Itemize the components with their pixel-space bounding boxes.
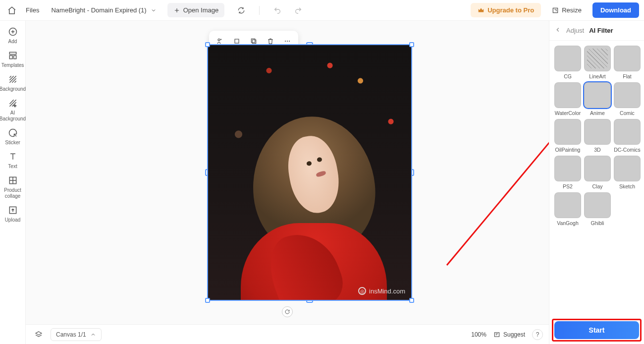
filter-ghibli[interactable]: Ghibli — [584, 192, 611, 226]
filter-thumb — [554, 119, 581, 145]
resize-handle-t[interactable] — [306, 42, 313, 45]
filter-thumb — [554, 192, 581, 218]
open-image-label: Open Image — [183, 6, 219, 14]
upgrade-button[interactable]: Upgrade to Pro — [471, 3, 541, 17]
watermark: ◎ insMind.com — [358, 287, 405, 295]
sidebar-item-upload[interactable]: Upload — [1, 205, 25, 223]
filter-dc-comics[interactable]: DC-Comics — [614, 119, 641, 153]
filter-label: Comic — [620, 110, 635, 116]
sidebar-item-add[interactable]: Add — [1, 27, 25, 45]
filter-label: Sketch — [619, 183, 635, 189]
files-link[interactable]: Files — [26, 6, 39, 14]
undo-button[interactable] — [270, 3, 284, 17]
sidebar-item-sticker[interactable]: Sticker — [1, 128, 25, 146]
filter-thumb — [584, 46, 611, 71]
upgrade-label: Upgrade to Pro — [487, 6, 534, 14]
svg-rect-3 — [9, 56, 12, 59]
canvas-area: ◎ insMind.com — [26, 21, 549, 344]
resize-handle-br[interactable] — [409, 298, 414, 303]
divider — [259, 6, 260, 15]
filter-3d[interactable]: 3D — [584, 119, 611, 153]
svg-rect-0 — [553, 8, 557, 12]
tab-adjust[interactable]: Adjust — [566, 27, 584, 34]
resize-handle-b[interactable] — [306, 300, 313, 303]
sidebar-item-product-collage[interactable]: Product collage — [1, 175, 25, 199]
filter-label: DC-Comics — [614, 147, 641, 153]
filter-label: Ghibli — [591, 220, 604, 226]
filter-clay[interactable]: Clay — [584, 156, 611, 189]
left-sidebar: Add Templates Background AI Background S… — [0, 21, 26, 344]
filter-watercolor[interactable]: WaterColor — [554, 82, 581, 116]
right-panel-header: Adjust AI Filter — [549, 21, 644, 41]
filter-label: LineArt — [589, 73, 605, 79]
filter-lineart[interactable]: LineArt — [584, 46, 611, 79]
filter-thumb — [614, 82, 641, 108]
resize-handle-tr[interactable] — [409, 42, 414, 47]
watermark-icon: ◎ — [358, 287, 366, 295]
filter-thumb — [554, 46, 581, 71]
svg-rect-4 — [13, 56, 16, 59]
layers-icon[interactable] — [32, 328, 46, 342]
svg-rect-8 — [235, 39, 239, 43]
annotation-arrow — [442, 94, 549, 273]
document-name-label: NameBright - Domain Expired (1) — [51, 6, 146, 14]
resize-handle-r[interactable] — [411, 169, 414, 176]
svg-point-11 — [285, 41, 286, 42]
filter-thumb — [584, 192, 611, 218]
back-icon[interactable] — [554, 26, 561, 35]
help-button[interactable]: ? — [532, 329, 543, 340]
sidebar-item-templates[interactable]: Templates — [1, 51, 25, 68]
filter-cg[interactable]: CG — [554, 46, 581, 79]
resize-handle-bl[interactable] — [205, 298, 210, 303]
download-button[interactable]: Download — [592, 2, 639, 18]
sync-icon[interactable] — [234, 3, 248, 17]
canvas-pager[interactable]: Canvas 1/1 — [51, 328, 102, 341]
filter-oilpainting[interactable]: OilPainting — [554, 119, 581, 153]
filter-comic[interactable]: Comic — [614, 82, 641, 116]
redo-button[interactable] — [291, 3, 305, 17]
filter-ps2[interactable]: PS2 — [554, 156, 581, 189]
resize-handle-tl[interactable] — [205, 42, 210, 47]
sidebar-label: Templates — [1, 62, 24, 68]
suggest-button[interactable]: Suggest — [493, 331, 525, 338]
top-bar: Files NameBright - Domain Expired (1) Op… — [0, 0, 644, 21]
resize-handle-l[interactable] — [205, 169, 208, 176]
watermark-text: insMind.com — [369, 287, 405, 295]
canvas-pager-label: Canvas 1/1 — [56, 331, 86, 338]
selected-image[interactable]: ◎ insMind.com — [207, 44, 412, 301]
svg-rect-9 — [252, 40, 256, 43]
svg-point-7 — [218, 39, 220, 41]
filter-label: WaterColor — [555, 110, 581, 116]
document-name-dropdown[interactable]: NameBright - Domain Expired (1) — [51, 6, 156, 14]
chevron-down-icon — [151, 7, 157, 13]
suggest-icon — [493, 331, 500, 338]
home-icon[interactable] — [5, 3, 19, 17]
sidebar-item-ai-background[interactable]: AI Background — [1, 98, 25, 122]
right-panel: Adjust AI Filter CG LineArt Flat WaterCo… — [549, 21, 644, 344]
download-label: Download — [600, 6, 631, 14]
resize-button[interactable]: Resize — [546, 3, 588, 17]
filter-vangogh[interactable]: VanGogh — [554, 192, 581, 226]
svg-rect-2 — [9, 52, 16, 54]
filter-label: 3D — [594, 147, 600, 153]
canvas-stage[interactable]: ◎ insMind.com — [26, 21, 549, 324]
filter-thumb — [584, 156, 611, 181]
zoom-level[interactable]: 100% — [471, 331, 486, 338]
rotate-handle[interactable] — [282, 306, 293, 317]
filter-thumb — [614, 156, 641, 181]
sidebar-item-background[interactable]: Background — [1, 74, 25, 92]
filter-label: Anime — [590, 110, 605, 116]
help-label: ? — [536, 331, 539, 338]
sidebar-item-text[interactable]: Text — [1, 152, 25, 170]
start-button-wrap: Start — [549, 316, 644, 344]
tab-ai-filter[interactable]: AI Filter — [589, 27, 613, 34]
top-bar-right: Upgrade to Pro Resize Download — [471, 2, 639, 18]
photo-content: ◎ insMind.com — [208, 45, 411, 300]
open-image-button[interactable]: Open Image — [167, 3, 225, 17]
sidebar-label: Add — [8, 39, 17, 45]
filter-flat[interactable]: Flat — [614, 46, 641, 79]
start-button[interactable]: Start — [554, 321, 639, 339]
filter-anime[interactable]: Anime — [584, 82, 611, 116]
filter-sketch[interactable]: Sketch — [614, 156, 641, 189]
filter-thumb — [584, 119, 611, 145]
